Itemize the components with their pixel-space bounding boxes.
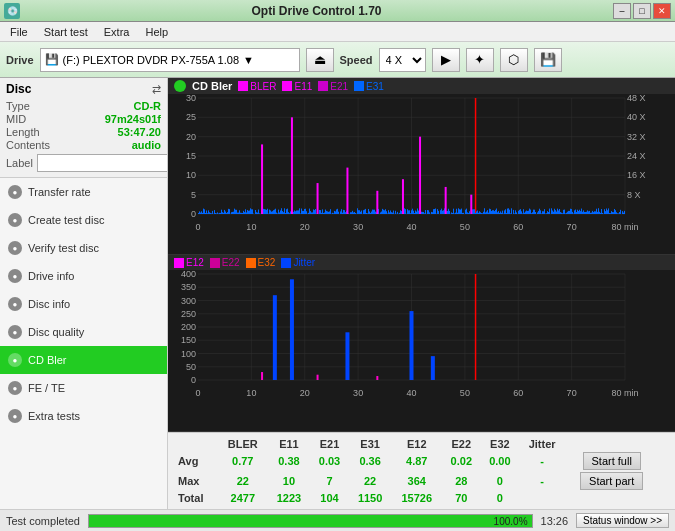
drive-selector[interactable]: 💾 (F:) PLEXTOR DVDR PX-755A 1.08 ▼ [40, 48, 300, 72]
stats-cell: 2477 [218, 491, 268, 505]
sidebar-icon-extra-tests: ● [8, 409, 22, 423]
stats-row: Total24771223104115015726700 [174, 491, 669, 505]
sidebar-item-fe-te[interactable]: ●FE / TE [0, 374, 167, 402]
menu-start-test[interactable]: Start test [38, 24, 94, 40]
sidebar-icon-fe-te: ● [8, 381, 22, 395]
legend2-item: Jitter [281, 257, 315, 268]
close-button[interactable]: ✕ [653, 3, 671, 19]
sidebar-icon-disc-info: ● [8, 297, 22, 311]
menu-extra[interactable]: Extra [98, 24, 136, 40]
mid-label: MID [6, 113, 26, 125]
sidebar-icon-verify-test-disc: ● [8, 241, 22, 255]
stats-col-header: E21 [310, 437, 349, 451]
sidebar-item-create-test-disc[interactable]: ●Create test disc [0, 206, 167, 234]
stats-cell: 0.02 [442, 451, 481, 471]
legend1-item: E31 [354, 81, 384, 92]
sidebar-icon-cd-bler: ● [8, 353, 22, 367]
stats-cell: 1150 [349, 491, 392, 505]
sidebar-item-disc-info[interactable]: ●Disc info [0, 290, 167, 318]
stats-col-header: E12 [391, 437, 442, 451]
speed-select[interactable]: 4 X Max 1 X 2 X 8 X [379, 48, 426, 72]
chart1-canvas [168, 94, 675, 234]
status-time: 13:26 [541, 515, 569, 527]
legend-color [174, 258, 184, 268]
stats-row-label: Total [174, 491, 218, 505]
sidebar: Disc ⇄ Type CD-R MID 97m24s01f Length 53… [0, 78, 168, 509]
content-area: CD Bler BLERE11E21E31 E12E22E32Jitter BL… [168, 78, 675, 509]
stats-cell: 0 [481, 471, 520, 491]
stats-cell: 70 [442, 491, 481, 505]
stats-cell: 28 [442, 471, 481, 491]
sidebar-icon-transfer-rate: ● [8, 185, 22, 199]
menu-help[interactable]: Help [139, 24, 174, 40]
sidebar-icon-disc-quality: ● [8, 325, 22, 339]
minimize-button[interactable]: – [613, 3, 631, 19]
stats-cell: 0.38 [268, 451, 311, 471]
drive-label: Drive [6, 54, 34, 66]
eject-button[interactable]: ⏏ [306, 48, 334, 72]
menu-bar: File Start test Extra Help [0, 22, 675, 42]
save-button[interactable]: 💾 [534, 48, 562, 72]
legend2-item: E32 [246, 257, 276, 268]
stats-col-header: BLER [218, 437, 268, 451]
stats-col-header [174, 437, 218, 451]
speed-label: Speed [340, 54, 373, 66]
app-title: Opti Drive Control 1.70 [20, 4, 613, 18]
stats-cell: 15726 [391, 491, 442, 505]
stats-cell: 0.03 [310, 451, 349, 471]
disc-panel-toggle[interactable]: ⇄ [152, 83, 161, 96]
stats-area: BLERE11E21E31E12E22E32Jitter Avg0.770.38… [168, 432, 675, 509]
stats-cell: 22 [218, 471, 268, 491]
legend1-item: BLER [238, 81, 276, 92]
stats-col-header: E22 [442, 437, 481, 451]
clear-button[interactable]: ✦ [466, 48, 494, 72]
sidebar-icon-drive-info: ● [8, 269, 22, 283]
contents-value: audio [132, 139, 161, 151]
chart1-icon [174, 80, 186, 92]
gift-button[interactable]: ⬡ [500, 48, 528, 72]
sidebar-item-transfer-rate[interactable]: ●Transfer rate [0, 178, 167, 206]
legend-color [282, 81, 292, 91]
sidebar-label-drive-info: Drive info [28, 270, 74, 282]
legend-color [246, 258, 256, 268]
progress-container: 100.0% [88, 514, 533, 528]
stats-cell: 0.77 [218, 451, 268, 471]
start-part-button[interactable]: Start part [580, 472, 643, 490]
sidebar-item-extra-tests[interactable]: ●Extra tests [0, 402, 167, 430]
label-input[interactable] [37, 154, 168, 172]
chart1-wrapper: CD Bler BLERE11E21E31 [168, 78, 675, 255]
legend2-item: E22 [210, 257, 240, 268]
go-button[interactable]: ▶ [432, 48, 460, 72]
sidebar-icon-create-test-disc: ● [8, 213, 22, 227]
sidebar-item-drive-info[interactable]: ●Drive info [0, 262, 167, 290]
menu-file[interactable]: File [4, 24, 34, 40]
start-full-button[interactable]: Start full [583, 452, 641, 470]
sidebar-item-verify-test-disc[interactable]: ●Verify test disc [0, 234, 167, 262]
legend2-item: E12 [174, 257, 204, 268]
chart2-canvas [168, 270, 675, 400]
disc-panel: Disc ⇄ Type CD-R MID 97m24s01f Length 53… [0, 78, 167, 178]
status-window-button[interactable]: Status window >> [576, 513, 669, 528]
sidebar-item-cd-bler[interactable]: ●CD Bler [0, 346, 167, 374]
stats-cell: 0 [481, 491, 520, 505]
sidebar-item-disc-quality[interactable]: ●Disc quality [0, 318, 167, 346]
length-label: Length [6, 126, 40, 138]
type-label: Type [6, 100, 30, 112]
stats-cell: - [519, 451, 565, 471]
disc-panel-title: Disc [6, 82, 31, 96]
label-label: Label [6, 157, 33, 169]
maximize-button[interactable]: □ [633, 3, 651, 19]
status-message: Test completed [6, 515, 80, 527]
stats-row: Max2210722364280-Start part [174, 471, 669, 491]
chart1-title-bar: CD Bler BLERE11E21E31 [168, 78, 675, 94]
legend-color [210, 258, 220, 268]
sidebar-label-extra-tests: Extra tests [28, 410, 80, 422]
stats-cell: 1223 [268, 491, 311, 505]
stats-col-header: E11 [268, 437, 311, 451]
stats-row-label: Max [174, 471, 218, 491]
app-icon: 💿 [4, 3, 20, 19]
stats-cell: 364 [391, 471, 442, 491]
stats-cell: - [519, 471, 565, 491]
chart2-wrapper: E12E22E32Jitter [168, 255, 675, 432]
sidebar-label-disc-quality: Disc quality [28, 326, 84, 338]
